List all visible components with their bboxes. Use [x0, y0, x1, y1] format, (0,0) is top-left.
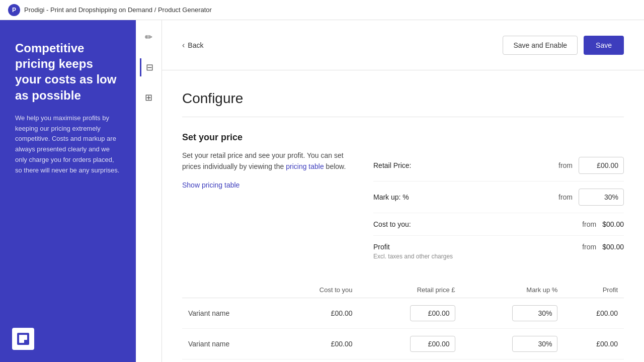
svg-rect-2	[19, 335, 27, 340]
action-bar: ‹ Back Save and Enable Save	[162, 20, 644, 70]
app-title: Prodigi - Print and Dropshipping on Dema…	[24, 6, 212, 14]
markup-cell	[461, 359, 564, 363]
retail-table-input[interactable]	[410, 305, 455, 321]
content-area: ‹ Back Save and Enable Save Configure Se…	[162, 20, 644, 362]
markup-cell	[461, 329, 564, 359]
col-retail: Retail price £	[359, 282, 461, 298]
sidebar-icons: ✏ ⊟ ⊞	[136, 20, 162, 362]
retail-cell	[359, 359, 461, 363]
pricing-table-link[interactable]: pricing table	[286, 162, 324, 170]
price-controls: Retail Price: from Mark up: % from Cost …	[373, 150, 624, 267]
sidebar-logo-bottom	[12, 328, 34, 350]
col-variant	[182, 282, 278, 298]
col-profit: Profit	[564, 282, 624, 298]
sidebar-item-edit[interactable]: ✏	[140, 28, 158, 46]
sidebar-headline: Competitive pricing keeps your costs as …	[15, 40, 121, 103]
markup-input[interactable]	[579, 189, 624, 206]
table-row: Variant name £00.00 £00.00	[182, 298, 624, 329]
table-row: Variant name £00.00 £00.00	[182, 359, 624, 363]
profit-cell: £00.00	[564, 298, 624, 329]
page-title: Configure	[182, 90, 624, 107]
prodigi-logo-icon	[16, 332, 30, 346]
variant-name-cell: Variant name	[182, 329, 278, 359]
sliders-icon: ⊟	[146, 62, 153, 73]
action-buttons: Save and Enable Save	[503, 36, 624, 55]
sidebar-body-text: We help you maximise profits by keeping …	[15, 113, 121, 176]
col-markup: Mark up %	[461, 282, 564, 298]
top-bar: P Prodigi - Print and Dropshipping on De…	[0, 0, 644, 20]
profit-from-label: from	[582, 243, 596, 251]
divider	[182, 117, 624, 117]
app-logo: P	[8, 4, 20, 16]
edit-icon: ✏	[145, 32, 152, 43]
retail-from-label: from	[558, 161, 573, 169]
cost-cell: £00.00	[278, 298, 359, 329]
sidebar-item-table[interactable]: ⊞	[140, 88, 158, 107]
retail-price-row: Retail Price: from	[373, 150, 624, 182]
cost-row: Cost to you: from $00.00	[373, 213, 624, 236]
section-title: Set your price	[182, 132, 624, 143]
cost-cell: £00.00	[278, 359, 359, 363]
cost-from-label: from	[582, 220, 596, 228]
chevron-left-icon: ‹	[182, 41, 185, 50]
markup-from-label: from	[558, 193, 573, 201]
retail-price-input[interactable]	[579, 157, 624, 174]
show-pricing-table-link[interactable]: Show pricing table	[182, 181, 239, 189]
profit-label: Profit	[373, 243, 582, 251]
markup-table-input[interactable]	[512, 305, 557, 321]
markup-label: Mark up: %	[373, 193, 558, 201]
retail-price-label: Retail Price:	[373, 161, 558, 169]
cost-value: $00.00	[602, 220, 624, 228]
markup-row: Mark up: % from	[373, 182, 624, 213]
profit-row: Profit from $00.00 Excl. taxes and other…	[373, 236, 624, 267]
save-button[interactable]: Save	[584, 36, 624, 55]
main-layout: Competitive pricing keeps your costs as …	[0, 20, 644, 362]
markup-cell	[461, 298, 564, 329]
retail-cell	[359, 329, 461, 359]
back-button[interactable]: ‹ Back	[182, 41, 203, 50]
variant-name-cell: Variant name	[182, 359, 278, 363]
profit-row-inner: Profit from $00.00	[373, 243, 624, 251]
retail-table-input[interactable]	[410, 336, 455, 352]
retail-cell	[359, 298, 461, 329]
variant-name-cell: Variant name	[182, 298, 278, 329]
price-section: Set your retail price and see your profi…	[182, 150, 624, 267]
profit-note: Excl. taxes and other charges	[373, 253, 624, 260]
cost-cell: £00.00	[278, 329, 359, 359]
sidebar-purple: Competitive pricing keeps your costs as …	[0, 20, 136, 362]
cost-label: Cost to you:	[373, 220, 582, 228]
col-cost: Cost to you	[278, 282, 359, 298]
price-description: Set your retail price and see your profi…	[182, 150, 353, 267]
price-desc-text: Set your retail price and see your profi…	[182, 150, 353, 172]
markup-table-input[interactable]	[512, 336, 557, 352]
table-icon: ⊞	[145, 92, 152, 103]
save-and-enable-button[interactable]: Save and Enable	[503, 36, 578, 55]
profit-value: $00.00	[602, 243, 624, 251]
back-label: Back	[188, 41, 203, 49]
table-row: Variant name £00.00 £00.00	[182, 329, 624, 359]
variants-table: Cost to you Retail price £ Mark up % Pro…	[182, 282, 624, 362]
table-header-row: Cost to you Retail price £ Mark up % Pro…	[182, 282, 624, 298]
profit-cell: £00.00	[564, 359, 624, 363]
prodigi-logo-white	[12, 328, 34, 350]
sidebar-item-sliders[interactable]: ⊟	[140, 58, 158, 76]
page-content: Configure Set your price Set your retail…	[162, 70, 644, 362]
profit-cell: £00.00	[564, 329, 624, 359]
